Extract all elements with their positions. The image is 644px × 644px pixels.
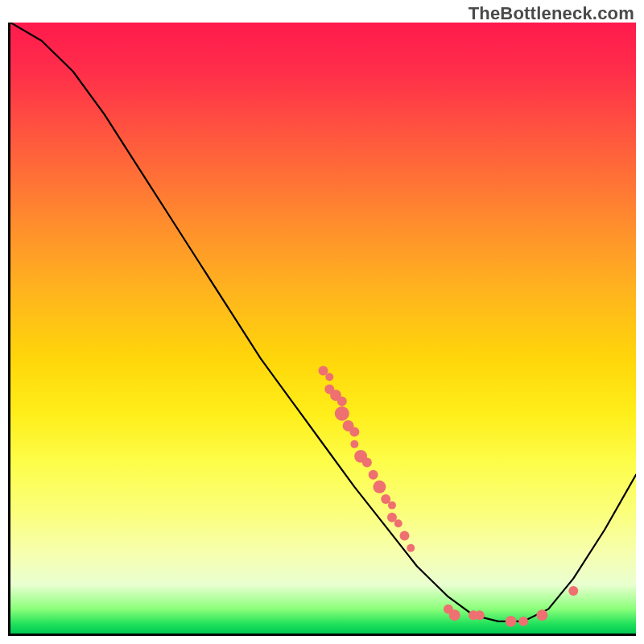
- data-point: [394, 519, 402, 527]
- data-point: [407, 544, 415, 552]
- data-point: [568, 586, 578, 596]
- data-point: [337, 397, 347, 407]
- data-point: [350, 440, 358, 448]
- data-point: [362, 457, 372, 467]
- data-point: [373, 481, 386, 493]
- plot-area: [8, 23, 636, 636]
- chart-container: TheBottleneck.com: [0, 0, 644, 644]
- data-point: [319, 366, 328, 376]
- data-point: [400, 531, 410, 541]
- data-point: [335, 407, 349, 421]
- data-point: [536, 609, 547, 621]
- data-point: [475, 610, 485, 620]
- plot-svg: [10, 23, 636, 634]
- data-point: [449, 609, 460, 621]
- data-point: [388, 502, 396, 510]
- watermark-text: TheBottleneck.com: [469, 3, 634, 24]
- data-point: [506, 616, 517, 627]
- bottleneck-curve: [10, 23, 636, 621]
- scatter-points: [319, 366, 579, 627]
- data-point: [349, 427, 359, 437]
- data-point: [369, 470, 378, 480]
- data-point: [518, 617, 528, 626]
- data-point: [325, 373, 333, 381]
